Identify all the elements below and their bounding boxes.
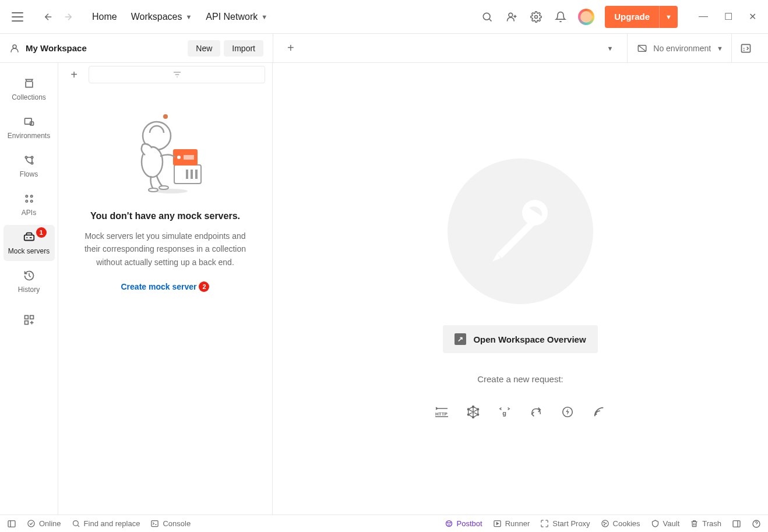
mqtt-request-icon[interactable] bbox=[592, 405, 606, 419]
side-tools: + bbox=[58, 63, 272, 86]
new-tab-button[interactable]: + bbox=[281, 41, 300, 55]
workspace-header: My Workspace New Import + ▼ No environme… bbox=[0, 34, 768, 63]
sb-trash[interactable]: Trash bbox=[690, 519, 721, 528]
svg-point-39 bbox=[467, 408, 469, 410]
env-quicklook-icon[interactable] bbox=[731, 34, 752, 63]
svg-point-46 bbox=[446, 521, 452, 527]
rail-history[interactable]: History bbox=[3, 263, 55, 300]
nav-workspaces-label: Workspaces bbox=[131, 12, 182, 22]
nav-home[interactable]: Home bbox=[92, 12, 117, 22]
svg-rect-23 bbox=[186, 170, 188, 179]
svg-rect-54 bbox=[733, 520, 740, 527]
svg-point-31 bbox=[159, 186, 168, 189]
http-request-icon[interactable]: HTTP bbox=[435, 405, 449, 419]
svg-point-44 bbox=[73, 521, 78, 526]
sb-console-label: Console bbox=[163, 519, 191, 528]
settings-icon[interactable] bbox=[529, 10, 543, 24]
svg-point-38 bbox=[467, 414, 469, 415]
svg-point-20 bbox=[155, 189, 188, 193]
invite-icon[interactable] bbox=[505, 10, 519, 24]
sb-help-icon[interactable] bbox=[752, 519, 761, 529]
grid-add-icon bbox=[23, 313, 36, 326]
sb-runner[interactable]: Runner bbox=[493, 519, 530, 528]
create-mock-server-link[interactable]: Create mock server 2 bbox=[121, 281, 210, 292]
svg-point-14 bbox=[30, 200, 32, 202]
svg-point-50 bbox=[601, 520, 608, 527]
empty-title: You don't have any mock servers. bbox=[90, 211, 240, 221]
rail-apis[interactable]: APIs bbox=[3, 186, 55, 223]
upgrade-dropdown[interactable]: ▼ bbox=[659, 6, 678, 28]
svg-point-53 bbox=[604, 524, 604, 525]
websocket-request-icon[interactable] bbox=[529, 405, 543, 419]
sb-online[interactable]: Online bbox=[27, 519, 61, 528]
svg-rect-16 bbox=[24, 316, 28, 319]
tabs-dropdown-icon[interactable]: ▼ bbox=[607, 45, 619, 52]
socketio-request-icon[interactable] bbox=[561, 405, 575, 419]
empty-illustration bbox=[122, 110, 209, 197]
rail-flows[interactable]: Flows bbox=[3, 148, 55, 184]
svg-point-48 bbox=[449, 523, 450, 523]
sb-console[interactable]: Console bbox=[150, 519, 191, 528]
svg-rect-18 bbox=[30, 316, 33, 319]
sb-vault[interactable]: Vault bbox=[651, 519, 680, 528]
graphql-request-icon[interactable] bbox=[466, 405, 480, 419]
new-button[interactable]: New bbox=[188, 40, 220, 57]
environment-select[interactable]: No environment ▼ bbox=[627, 34, 723, 63]
svg-point-9 bbox=[31, 156, 33, 158]
request-type-icons: HTTP g bbox=[435, 405, 606, 419]
env-area: ▼ No environment ▼ bbox=[607, 34, 760, 63]
window-controls: — ☐ ✕ bbox=[699, 11, 756, 22]
workspace-name[interactable]: My Workspace bbox=[9, 43, 87, 54]
history-icon bbox=[23, 269, 36, 282]
rail-environments[interactable]: Environments bbox=[3, 110, 55, 146]
import-button[interactable]: Import bbox=[224, 40, 263, 57]
open-overview-label: Open Workspace Overview bbox=[473, 334, 586, 344]
sb-layout-icon[interactable] bbox=[732, 519, 741, 529]
svg-point-37 bbox=[473, 417, 474, 418]
svg-point-35 bbox=[477, 408, 479, 410]
create-request-label: Create a new request: bbox=[477, 374, 563, 384]
apis-icon bbox=[23, 192, 36, 205]
sb-trash-label: Trash bbox=[702, 519, 721, 528]
back-icon[interactable] bbox=[43, 12, 54, 22]
svg-point-1 bbox=[509, 13, 513, 17]
svg-point-2 bbox=[535, 15, 538, 18]
rail-configure[interactable] bbox=[3, 308, 55, 332]
environment-label: No environment bbox=[653, 44, 711, 53]
nav-workspaces[interactable]: Workspaces ▼ bbox=[131, 12, 192, 22]
empty-state: You don't have any mock servers. Mock se… bbox=[58, 86, 272, 515]
notifications-icon[interactable] bbox=[554, 10, 568, 24]
minimize-icon[interactable]: — bbox=[699, 11, 708, 22]
svg-rect-42 bbox=[8, 520, 15, 527]
avatar[interactable] bbox=[578, 9, 594, 25]
workspace-actions: New Import bbox=[188, 40, 263, 57]
nav-api-network[interactable]: API Network ▼ bbox=[206, 12, 267, 22]
sb-panel-icon[interactable] bbox=[7, 519, 16, 529]
rail-collections[interactable]: Collections bbox=[3, 71, 55, 107]
svg-text:g: g bbox=[502, 410, 506, 417]
svg-point-52 bbox=[605, 523, 606, 523]
filter-input[interactable] bbox=[89, 66, 265, 83]
open-workspace-overview-button[interactable]: ↗ Open Workspace Overview bbox=[443, 325, 597, 353]
sb-online-label: Online bbox=[39, 519, 61, 528]
close-icon[interactable]: ✕ bbox=[749, 11, 756, 22]
maximize-icon[interactable]: ☐ bbox=[724, 11, 732, 22]
sb-vault-label: Vault bbox=[663, 519, 680, 528]
sb-cookies[interactable]: Cookies bbox=[601, 519, 640, 528]
grpc-request-icon[interactable]: g bbox=[498, 405, 512, 419]
forward-icon[interactable] bbox=[63, 12, 73, 22]
add-button[interactable]: + bbox=[65, 66, 83, 83]
empty-desc: Mock servers let you simulate endpoints … bbox=[76, 230, 255, 269]
svg-rect-17 bbox=[24, 321, 28, 325]
upgrade-button[interactable]: Upgrade ▼ bbox=[605, 6, 678, 28]
open-icon: ↗ bbox=[455, 333, 466, 345]
sb-find-replace[interactable]: Find and replace bbox=[72, 519, 140, 528]
sb-start-proxy[interactable]: Start Proxy bbox=[540, 519, 590, 528]
hamburger-icon[interactable] bbox=[12, 12, 23, 22]
tabs-area: + ▼ No environment ▼ bbox=[273, 34, 768, 63]
rail-badge: 1 bbox=[36, 227, 47, 238]
sb-cookies-label: Cookies bbox=[613, 519, 640, 528]
rail-mock-servers[interactable]: 1 Mock servers bbox=[3, 225, 55, 261]
search-icon[interactable] bbox=[480, 10, 494, 24]
sb-postbot[interactable]: Postbot bbox=[445, 519, 482, 528]
